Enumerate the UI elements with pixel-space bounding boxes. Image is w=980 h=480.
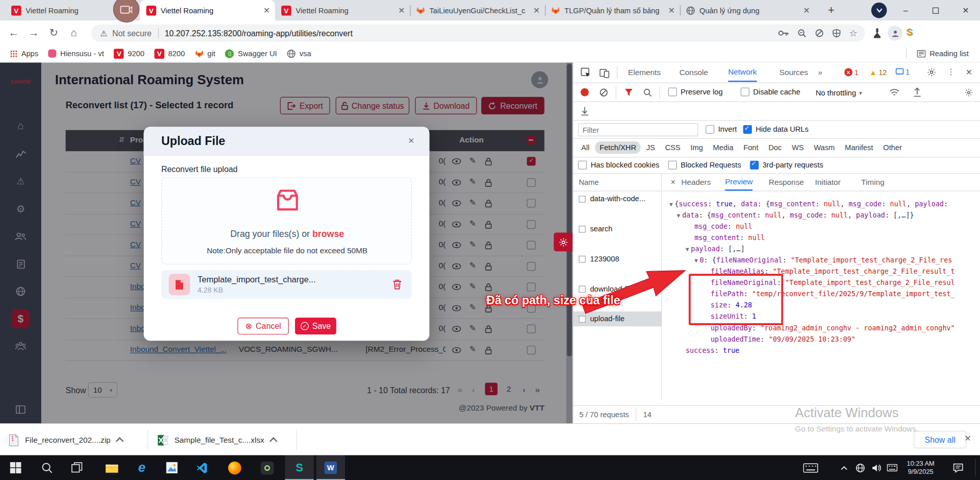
type-filter-js[interactable]: JS — [642, 141, 659, 154]
type-filter-font[interactable]: Font — [739, 141, 763, 154]
json-line[interactable]: uploadedTime: "09/09/2025 10:23:09" — [667, 334, 856, 345]
filter-toggle-icon[interactable] — [624, 88, 633, 97]
reload-button[interactable]: ↻ — [44, 26, 64, 39]
chevron-up-icon[interactable] — [270, 437, 278, 445]
more-tabs-button[interactable]: » — [818, 68, 822, 77]
json-line[interactable]: ▼payload: [,…] — [667, 244, 745, 255]
invert-checkbox[interactable]: Invert — [705, 125, 737, 134]
type-filter-doc[interactable]: Doc — [764, 141, 786, 154]
download-item[interactable]: Sample_file_Test_c....xlsx — [158, 429, 276, 450]
json-line[interactable]: ▼0: {fileNameOriginal: "Template_import_… — [667, 255, 952, 267]
type-filter-wasm[interactable]: Wasm — [810, 141, 839, 154]
photos-icon[interactable] — [158, 455, 186, 480]
delete-file-button[interactable] — [393, 279, 402, 290]
type-filter-fetch-xhr[interactable]: Fetch/XHR — [595, 141, 641, 154]
bookmark-item[interactable]: Hiensusu - vt — [48, 49, 104, 58]
devtools-tab-sources[interactable]: Sources — [779, 62, 808, 82]
vscode-icon[interactable] — [187, 455, 216, 480]
option-filter-checkbox[interactable]: Has blocked cookies — [578, 161, 659, 170]
bookmark-item[interactable]: V9200 — [114, 49, 144, 59]
devtools-tab-network[interactable]: Network — [728, 62, 757, 82]
clear-button[interactable] — [599, 88, 608, 97]
browser-tab[interactable]: Quản lý ứng dụng✕ — [680, 0, 815, 20]
import-har-icon[interactable] — [913, 87, 921, 97]
expand-arrow-icon[interactable]: ▼ — [677, 212, 680, 219]
bookmark-star-icon[interactable]: ☆ — [849, 28, 857, 39]
snagit-extension-icon[interactable]: S — [906, 26, 913, 37]
option-filter-checkbox[interactable]: Blocked Requests — [668, 161, 741, 170]
type-filter-css[interactable]: CSS — [660, 141, 684, 154]
firefox-icon[interactable] — [220, 455, 249, 480]
type-filter-ws[interactable]: WS — [788, 141, 808, 154]
devtools-tab-elements[interactable]: Elements — [628, 62, 661, 82]
forward-button[interactable]: → — [24, 27, 44, 39]
detail-tab-initiator[interactable]: Initiator — [815, 174, 841, 190]
task-view-button[interactable] — [62, 455, 91, 480]
browser-profile-button[interactable] — [871, 3, 887, 18]
type-filter-media[interactable]: Media — [708, 141, 738, 154]
disable-cache-checkbox[interactable]: Disable cache — [741, 87, 800, 96]
error-badge[interactable]: ✕ 1 — [844, 68, 858, 76]
json-line[interactable]: success: true — [667, 345, 740, 356]
expand-arrow-icon[interactable]: ▼ — [669, 201, 673, 207]
save-button[interactable]: ✓Save — [295, 318, 336, 334]
bookmark-item[interactable]: Apps — [10, 49, 39, 58]
chevron-up-icon[interactable] — [116, 437, 124, 445]
touch-keyboard-icon[interactable] — [800, 455, 821, 480]
new-tab-button[interactable]: + — [822, 0, 841, 20]
bookmark-item[interactable]: vsa — [287, 49, 311, 58]
download-file-name[interactable]: Sample_file_Test_c....xlsx — [175, 436, 264, 444]
requests-header[interactable]: Name — [573, 174, 662, 191]
address-bar[interactable]: ⚠ Not secure 10.207.252.135:8200/roaming… — [91, 25, 865, 42]
device-toolbar-icon[interactable] — [599, 67, 610, 78]
action-center-icon[interactable] — [949, 455, 968, 480]
export-har-icon[interactable] — [581, 106, 589, 115]
show-all-downloads-button[interactable]: Show all — [914, 431, 966, 448]
detail-tab-response[interactable]: Response — [769, 174, 804, 190]
throttling-select[interactable]: No throttling▾ — [816, 89, 862, 98]
json-line[interactable]: ▼data: {msg_content: null, msg_code: nul… — [667, 210, 914, 221]
network-settings-icon[interactable] — [964, 88, 973, 97]
devtools-tab-console[interactable]: Console — [679, 62, 708, 82]
reading-list-button[interactable]: Reading list — [917, 49, 969, 58]
bookmark-item[interactable]: V8200 — [155, 49, 185, 59]
back-button[interactable]: ← — [4, 27, 23, 39]
tab-close-icon[interactable]: ✕ — [263, 6, 270, 15]
hide-data-urls-checkbox[interactable]: Hide data URLs — [743, 125, 808, 134]
bookmark-item[interactable]: {}Swagger UI — [225, 49, 277, 58]
tab-close-icon[interactable]: ✕ — [398, 6, 405, 15]
start-button[interactable] — [1, 455, 30, 480]
edge-icon[interactable]: e — [128, 455, 156, 480]
volume-icon[interactable] — [869, 455, 884, 480]
tray-expand-icon[interactable] — [836, 455, 851, 480]
zoom-out-icon[interactable] — [797, 29, 806, 37]
preserve-log-checkbox[interactable]: Preserve log — [668, 87, 723, 96]
input-language-icon[interactable] — [884, 455, 900, 480]
type-filter-all[interactable]: All — [577, 141, 594, 154]
detail-tab-preview[interactable]: Preview — [725, 174, 752, 190]
url-text[interactable]: 10.207.252.135:8200/roaming-app/utilitie… — [165, 29, 353, 38]
taskbar-clock[interactable]: 10:23 AM 9/9/2025 — [901, 455, 940, 480]
downloads-close-icon[interactable]: ✕ — [964, 434, 971, 443]
extension-profile-icon[interactable] — [888, 26, 902, 40]
inspect-element-icon[interactable] — [581, 67, 592, 78]
browser-tab[interactable]: VViettel Roaming✕ — [275, 0, 410, 20]
tab-close-icon[interactable]: ✕ — [668, 6, 675, 15]
download-file-name[interactable]: File_reconvert_202....zip — [25, 436, 111, 444]
settings-fab[interactable] — [554, 233, 573, 252]
json-line[interactable]: ▼{success: true, data: {msg_content: nul… — [667, 199, 948, 210]
record-button[interactable] — [581, 88, 589, 97]
extension-flask-icon[interactable] — [872, 28, 881, 38]
browser-tab[interactable]: TLGP/Quản lý tham số bảng✕ — [545, 0, 680, 20]
search-button[interactable] — [33, 455, 61, 480]
search-icon[interactable] — [643, 88, 652, 97]
modal-close-icon[interactable]: × — [408, 134, 414, 147]
snagit-icon[interactable]: S — [285, 455, 313, 480]
expand-arrow-icon[interactable]: ▼ — [694, 257, 698, 263]
file-dropzone[interactable]: Drag your files(s) or browse Note:Only a… — [161, 177, 412, 265]
issues-badge[interactable]: 1 — [896, 68, 910, 76]
type-filter-other[interactable]: Other — [879, 141, 906, 154]
filter-input[interactable] — [578, 123, 698, 136]
option-filter-checkbox[interactable]: 3rd-party requests — [750, 161, 823, 170]
show-desktop-button[interactable] — [975, 459, 975, 476]
